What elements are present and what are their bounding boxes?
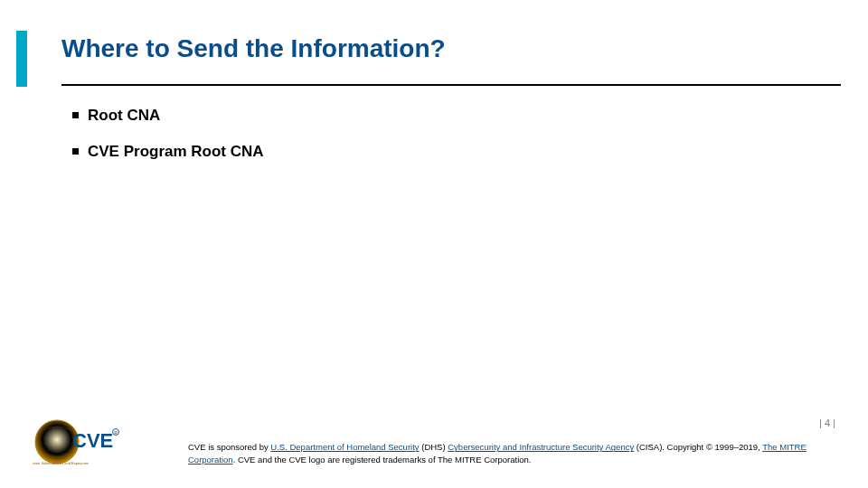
bullet-text: Root CNA — [88, 107, 160, 125]
svg-text:Common Vulnerabilities and Exp: Common Vulnerabilities and Exposures — [33, 461, 89, 465]
bullet-square-icon — [72, 148, 79, 155]
list-item: Root CNA — [72, 107, 264, 125]
footer-attribution: CVE is sponsored by U.S. Department of H… — [188, 441, 835, 466]
bullet-list: Root CNA CVE Program Root CNA — [72, 107, 264, 179]
bullet-text: CVE Program Root CNA — [88, 143, 264, 161]
page-title: Where to Send the Information? — [61, 34, 446, 63]
title-accent-bar — [16, 31, 27, 87]
title-divider — [61, 84, 841, 86]
footer-text: CVE is sponsored by — [188, 442, 270, 452]
footer-text: . CVE and the CVE logo are registered tr… — [233, 455, 532, 465]
svg-text:R: R — [114, 430, 118, 436]
footer-link-dhs[interactable]: U.S. Department of Homeland Security — [270, 442, 419, 452]
footer-text: (CISA). Copyright © 1999–2019, — [634, 442, 762, 452]
cve-logo: CVE R Common Vulnerabilities and Exposur… — [33, 418, 121, 466]
page-number: | 4 | — [819, 418, 835, 428]
bullet-square-icon — [72, 112, 79, 118]
footer-link-cisa[interactable]: Cybersecurity and Infrastructure Securit… — [448, 442, 634, 452]
cve-logo-text: CVE — [72, 429, 113, 452]
list-item: CVE Program Root CNA — [72, 143, 264, 161]
footer-text: (DHS) — [420, 442, 448, 452]
